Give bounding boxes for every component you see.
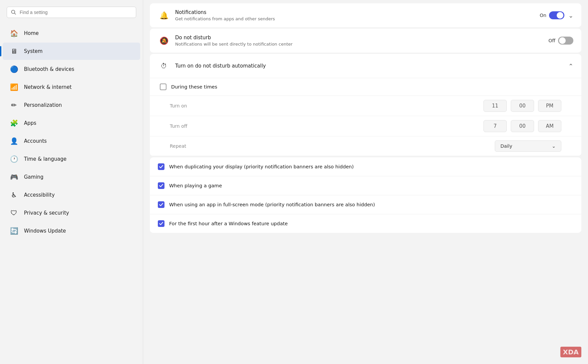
sidebar-item-time[interactable]: 🕐 Time & language	[3, 150, 140, 168]
sidebar-item-home[interactable]: 🏠 Home	[3, 25, 140, 42]
auto-dnd-icon: ⏱	[158, 60, 170, 72]
checkbox-row-playing_game: When playing a game	[150, 176, 581, 195]
checkboxes-card: When duplicating your display (priority …	[150, 157, 581, 233]
turn-on-period[interactable]: PM	[538, 100, 561, 112]
svg-line-1	[15, 13, 16, 15]
during-times-checkbox[interactable]	[160, 84, 166, 90]
during-times-label: During these times	[171, 84, 217, 90]
notifications-toggle-thumb	[557, 12, 563, 19]
nav-icon-bluetooth: 🔵	[9, 65, 19, 74]
nav-label-accounts: Accounts	[24, 138, 47, 144]
repeat-value: Daily	[500, 143, 512, 149]
repeat-chevron-icon: ⌄	[552, 143, 556, 149]
do-not-disturb-toggle-thumb	[559, 37, 566, 44]
do-not-disturb-icon: 🔕	[158, 35, 170, 47]
nav-icon-personalization: ✏️	[9, 100, 19, 110]
checkbox-row-duplicate_display: When duplicating your display (priority …	[150, 157, 581, 176]
notifications-content: Notifications Get notifications from app…	[175, 9, 540, 21]
checkbox-playing_game[interactable]	[158, 182, 164, 189]
search-icon	[11, 10, 16, 15]
nav-label-accessibility: Accessibility	[24, 192, 55, 198]
nav-icon-system: 🖥	[9, 47, 19, 56]
nav-label-personalization: Personalization	[24, 102, 62, 108]
turn-on-minute[interactable]: 00	[511, 100, 534, 112]
checkbox-fullscreen[interactable]	[158, 201, 164, 208]
nav-icon-network: 📶	[9, 83, 19, 92]
do-not-disturb-title: Do not disturb	[175, 35, 548, 41]
auto-dnd-header[interactable]: ⏱ Turn on do not disturb automatically ⌃	[150, 54, 581, 78]
nav-label-time: Time & language	[24, 156, 67, 162]
notifications-toggle-label: On	[540, 13, 546, 18]
do-not-disturb-toggle-wrapper: Off	[548, 37, 573, 45]
sidebar-item-bluetooth[interactable]: 🔵 Bluetooth & devices	[3, 61, 140, 78]
notifications-controls: On ⌄	[540, 11, 573, 19]
nav-label-home: Home	[24, 30, 39, 36]
nav-label-network: Network & internet	[24, 84, 72, 90]
repeat-row: Repeat Daily ⌄	[150, 136, 581, 156]
checkbox-label-fullscreen: When using an app in full-screen mode (p…	[169, 202, 375, 207]
sidebar-item-apps[interactable]: 🧩 Apps	[3, 114, 140, 132]
nav-label-system: System	[24, 48, 43, 54]
turn-off-period[interactable]: AM	[538, 120, 561, 132]
checkbox-duplicate_display[interactable]	[158, 163, 164, 170]
nav-label-privacy: Privacy & security	[24, 210, 69, 216]
main-content: 🔔 Notifications Get notifications from a…	[143, 0, 588, 364]
notifications-card: 🔔 Notifications Get notifications from a…	[150, 3, 581, 27]
during-times-row: During these times	[150, 78, 581, 96]
turn-off-hour[interactable]: 7	[483, 120, 507, 132]
notifications-icon: 🔔	[158, 9, 170, 21]
do-not-disturb-row: 🔕 Do not disturb Notifications will be s…	[150, 29, 581, 53]
notifications-title: Notifications	[175, 9, 540, 15]
search-bar[interactable]	[7, 7, 136, 18]
notifications-toggle[interactable]	[549, 11, 564, 19]
sidebar-item-update[interactable]: 🔄 Windows Update	[3, 222, 140, 240]
turn-on-label: Turn on	[170, 103, 203, 108]
nav-icon-privacy: 🛡	[9, 208, 19, 218]
turn-off-minute[interactable]: 00	[511, 120, 534, 132]
do-not-disturb-subtitle: Notifications will be sent directly to n…	[175, 42, 548, 47]
sidebar-item-accessibility[interactable]: ♿ Accessibility	[3, 186, 140, 204]
nav-label-gaming: Gaming	[24, 174, 44, 180]
auto-dnd-section: ⏱ Turn on do not disturb automatically ⌃…	[150, 54, 581, 156]
nav-label-update: Windows Update	[24, 228, 66, 234]
nav-icon-home: 🏠	[9, 29, 19, 38]
checkbox-label-playing_game: When playing a game	[169, 183, 222, 188]
repeat-select[interactable]: Daily ⌄	[495, 140, 561, 152]
turn-off-row: Turn off 7 00 AM	[150, 116, 581, 136]
checkbox-label-duplicate_display: When duplicating your display (priority …	[169, 164, 354, 169]
sidebar-item-personalization[interactable]: ✏️ Personalization	[3, 96, 140, 114]
do-not-disturb-content: Do not disturb Notifications will be sen…	[175, 35, 548, 47]
turn-on-row: Turn on 11 00 PM	[150, 96, 581, 116]
nav-icon-accessibility: ♿	[9, 190, 19, 200]
sidebar-item-network[interactable]: 📶 Network & internet	[3, 79, 140, 96]
notifications-chevron[interactable]: ⌄	[568, 12, 573, 19]
checkbox-label-feature_update: For the first hour after a Windows featu…	[169, 221, 288, 226]
checkbox-feature_update[interactable]	[158, 220, 164, 227]
repeat-label: Repeat	[170, 143, 186, 149]
watermark: XDA	[560, 347, 582, 357]
nav-icon-update: 🔄	[9, 226, 19, 236]
sidebar-item-accounts[interactable]: 👤 Accounts	[3, 132, 140, 150]
do-not-disturb-toggle[interactable]	[558, 37, 573, 45]
checkbox-row-fullscreen: When using an app in full-screen mode (p…	[150, 195, 581, 214]
auto-dnd-chevron[interactable]: ⌃	[568, 63, 573, 70]
sidebar: 🏠 Home 🖥 System 🔵 Bluetooth & devices 📶 …	[0, 0, 143, 364]
nav-icon-gaming: 🎮	[9, 172, 19, 182]
notifications-subtitle: Get notifications from apps and other se…	[175, 16, 540, 21]
auto-dnd-title: Turn on do not disturb automatically	[175, 63, 568, 69]
nav-icon-time: 🕐	[9, 154, 19, 164]
nav-icon-apps: 🧩	[9, 118, 19, 128]
checkbox-row-feature_update: For the first hour after a Windows featu…	[150, 214, 581, 233]
search-input[interactable]	[20, 10, 132, 15]
sidebar-item-privacy[interactable]: 🛡 Privacy & security	[3, 204, 140, 222]
sidebar-item-system[interactable]: 🖥 System	[3, 43, 140, 60]
do-not-disturb-toggle-label: Off	[548, 38, 555, 43]
auto-dnd-content: Turn on do not disturb automatically	[175, 63, 568, 69]
notifications-toggle-wrapper: On	[540, 11, 564, 19]
nav-label-apps: Apps	[24, 120, 36, 126]
sidebar-item-gaming[interactable]: 🎮 Gaming	[3, 168, 140, 186]
turn-on-hour[interactable]: 11	[483, 100, 507, 112]
do-not-disturb-card: 🔕 Do not disturb Notifications will be s…	[150, 29, 581, 53]
nav-label-bluetooth: Bluetooth & devices	[24, 66, 74, 72]
do-not-disturb-controls: Off	[548, 37, 573, 45]
